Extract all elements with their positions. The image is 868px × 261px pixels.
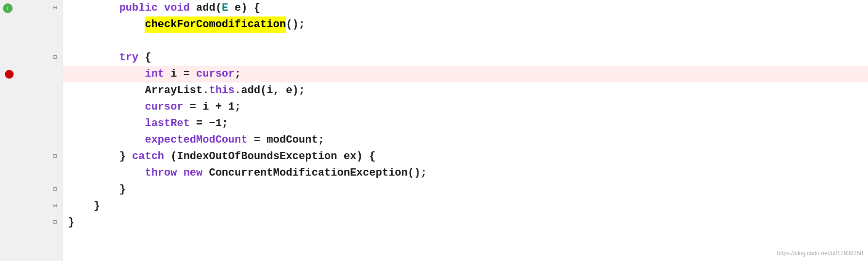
code-line-3	[63, 33, 868, 49]
token: {	[145, 49, 151, 66]
fold-icon[interactable]: ⊟	[51, 219, 59, 227]
token: new	[184, 165, 209, 181]
code-line-4: try {	[63, 49, 868, 66]
gutter-row-2	[0, 16, 63, 33]
token: this	[209, 82, 234, 99]
token: i =	[170, 66, 196, 82]
token: ArrayList.	[145, 82, 209, 99]
token: catch	[132, 148, 170, 165]
url-bar: https://blog.csdn.net/u012938358	[777, 249, 863, 258]
info-icon: i	[3, 3, 13, 13]
code-line-2: checkForComodification();	[63, 16, 868, 33]
fold-icon[interactable]: ⊟	[51, 153, 59, 161]
token: public	[119, 0, 164, 16]
code-line-9: expectedModCount = modCount;	[63, 132, 868, 148]
indent	[68, 0, 119, 16]
indent	[68, 115, 145, 132]
indent	[68, 148, 119, 165]
indent	[68, 16, 145, 33]
code-line-5: int i = cursor;	[63, 66, 868, 82]
gutter-row-12: ⊟	[0, 181, 63, 198]
token: add(	[196, 0, 222, 16]
gutter-row-14: ⊟	[0, 214, 63, 231]
fold-icon[interactable]: ⊟	[51, 202, 59, 210]
code-line-10: } catch (IndexOutOfBoundsException ex) {	[63, 148, 868, 165]
token: throw	[145, 165, 183, 181]
gutter-row-1: i⊟	[0, 0, 63, 16]
fold-icon[interactable]: ⊟	[51, 186, 59, 194]
indent	[68, 198, 94, 214]
token: }	[94, 198, 100, 214]
gutter-row-5	[0, 66, 63, 82]
token: ();	[286, 16, 305, 33]
gutter-row-7	[0, 99, 63, 115]
code-line-8: lastRet = −1;	[63, 115, 868, 132]
gutter-row-4: ⊟	[0, 49, 63, 66]
code-editor: public void add(E e) { checkForComodific…	[63, 0, 868, 261]
indent	[68, 82, 145, 99]
gutter-row-11	[0, 165, 63, 181]
gutter-row-10: ⊟	[0, 148, 63, 165]
indent	[68, 132, 145, 148]
code-line-11: throw new ConcurrentModificationExceptio…	[63, 165, 868, 181]
breakpoint-dot[interactable]	[5, 70, 14, 79]
token: E	[222, 0, 228, 16]
token: int	[145, 66, 170, 82]
gutter-row-6	[0, 82, 63, 99]
token: cursor	[196, 66, 234, 82]
token: .add(i, e);	[234, 82, 305, 99]
token: }	[119, 148, 132, 165]
code-line-14: }	[63, 214, 868, 231]
gutter-panel: i⊟⊟⊟⊟⊟⊟	[0, 0, 63, 261]
indent	[68, 165, 145, 181]
gutter-row-3	[0, 33, 63, 49]
fold-icon[interactable]: ⊟	[51, 4, 59, 12]
token: }	[68, 214, 74, 231]
token: = modCount;	[248, 132, 324, 148]
token: checkForComodification	[145, 16, 285, 33]
code-line-1: public void add(E e) {	[63, 0, 868, 16]
token: (IndexOutOfBoundsException ex) {	[170, 148, 375, 165]
token: ;	[234, 66, 241, 82]
token: = −1;	[190, 115, 228, 132]
code-line-12: }	[63, 181, 868, 198]
gutter-row-9	[0, 132, 63, 148]
code-line-7: cursor = i + 1;	[63, 99, 868, 115]
indent	[68, 99, 145, 115]
token: e) {	[228, 0, 260, 16]
token: ConcurrentModificationException();	[209, 165, 427, 181]
token: cursor	[145, 99, 183, 115]
token: lastRet	[145, 115, 189, 132]
code-line-6: ArrayList.this.add(i, e);	[63, 82, 868, 99]
indent	[68, 49, 119, 66]
token: = i + 1;	[184, 99, 241, 115]
token: void	[164, 0, 196, 16]
indent	[68, 181, 119, 198]
token: try	[119, 49, 145, 66]
gutter-row-13: ⊟	[0, 198, 63, 214]
fold-icon[interactable]: ⊟	[51, 54, 59, 62]
code-line-13: }	[63, 198, 868, 214]
gutter-row-8	[0, 115, 63, 132]
token: }	[119, 181, 126, 198]
indent	[68, 66, 145, 82]
token: expectedModCount	[145, 132, 247, 148]
